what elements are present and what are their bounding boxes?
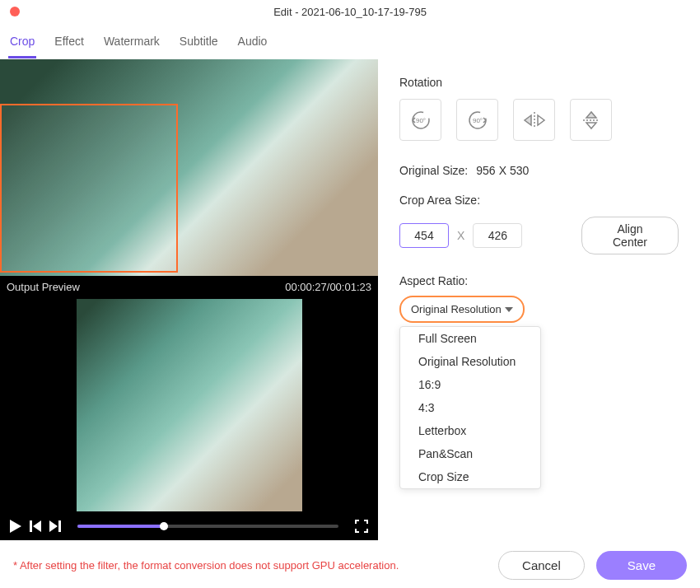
aspect-option-original[interactable]: Original Resolution — [400, 350, 540, 373]
playback-progress[interactable] — [77, 525, 338, 528]
crop-selection-box[interactable] — [0, 104, 178, 273]
rotate-ccw-button[interactable]: 90° — [399, 99, 441, 141]
warning-text: * After setting the filter, the format c… — [13, 559, 399, 572]
preview-image — [77, 299, 302, 511]
aspect-ratio-selected: Original Resolution — [411, 303, 502, 315]
play-button[interactable] — [10, 520, 21, 533]
crop-source-area[interactable] — [0, 59, 378, 276]
original-size-row: Original Size: 956 X 530 — [399, 164, 679, 177]
align-center-button[interactable]: Align Center — [581, 217, 679, 254]
left-panel: Output Preview 00:00:27/00:01:23 — [0, 59, 378, 540]
original-height: 530 — [510, 164, 529, 177]
titlebar: Edit - 2021-06-10_10-17-19-795 — [0, 0, 700, 23]
playback-controls — [0, 512, 378, 540]
aspect-ratio-label: Aspect Ratio: — [399, 274, 679, 287]
progress-fill — [77, 525, 164, 528]
crop-width-input[interactable] — [399, 223, 449, 248]
window-title: Edit - 2021-06-10_10-17-19-795 — [273, 6, 427, 18]
chevron-down-icon — [505, 307, 513, 312]
aspect-ratio-menu: Full Screen Original Resolution 16:9 4:3… — [399, 326, 541, 489]
aspect-option-cropsize[interactable]: Crop Size — [400, 465, 540, 488]
cancel-button[interactable]: Cancel — [498, 551, 585, 580]
step-forward-button[interactable] — [49, 520, 61, 532]
aspect-option-fullscreen[interactable]: Full Screen — [400, 327, 540, 350]
original-size-label: Original Size: — [399, 164, 468, 177]
rotate-cw-button[interactable]: 90° — [456, 99, 498, 141]
crop-size-row: X Align Center — [399, 217, 679, 254]
aspect-option-16-9[interactable]: 16:9 — [400, 373, 540, 396]
tab-watermark[interactable]: Watermark — [102, 30, 161, 58]
footer: * After setting the filter, the format c… — [0, 540, 700, 588]
tab-crop[interactable]: Crop — [8, 30, 36, 58]
flip-vertical-button[interactable] — [570, 99, 612, 141]
crop-area-label: Crop Area Size: — [399, 194, 679, 207]
size-sep: X — [499, 164, 506, 177]
original-width: 956 — [476, 164, 495, 177]
tab-effect[interactable]: Effect — [53, 30, 86, 58]
fullscreen-button[interactable] — [355, 520, 368, 533]
crop-sep: X — [457, 229, 464, 242]
footer-buttons: Cancel Save — [498, 551, 687, 580]
progress-thumb[interactable] — [160, 522, 168, 530]
aspect-option-4-3[interactable]: 4:3 — [400, 396, 540, 419]
aspect-ratio-button[interactable]: Original Resolution — [399, 296, 525, 323]
svg-text:90°: 90° — [472, 117, 482, 124]
aspect-ratio-dropdown: Original Resolution Full Screen Original… — [399, 296, 525, 323]
tabs: Crop Effect Watermark Subtitle Audio — [0, 23, 700, 59]
preview-time: 00:00:27/00:01:23 — [285, 281, 371, 293]
save-button[interactable]: Save — [596, 551, 687, 580]
preview-area — [0, 298, 378, 512]
preview-header: Output Preview 00:00:27/00:01:23 — [0, 276, 378, 298]
step-back-button[interactable] — [30, 520, 41, 532]
aspect-option-letterbox[interactable]: Letterbox — [400, 419, 540, 442]
flip-horizontal-button[interactable] — [513, 99, 555, 141]
right-panel: Rotation 90° 90° Original Size: 956 X 53… — [378, 59, 700, 540]
rotation-label: Rotation — [399, 76, 679, 89]
preview-label: Output Preview — [7, 281, 80, 293]
rotation-buttons: 90° 90° — [399, 99, 679, 141]
close-button[interactable] — [10, 7, 20, 16]
crop-height-input[interactable] — [473, 223, 522, 248]
tab-audio[interactable]: Audio — [236, 30, 269, 58]
aspect-option-panscan[interactable]: Pan&Scan — [400, 442, 540, 465]
tab-subtitle[interactable]: Subtitle — [178, 30, 220, 58]
svg-text:90°: 90° — [415, 117, 425, 124]
